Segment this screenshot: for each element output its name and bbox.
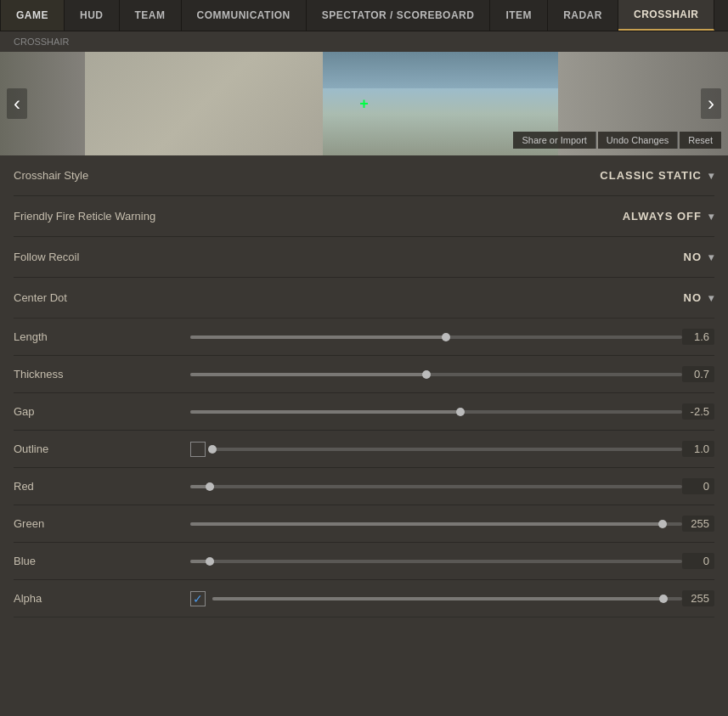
slider-label-outline: Outline — [14, 443, 183, 455]
slider-value-outline: 1.0 — [682, 441, 714, 457]
slider-value-green: 255 — [682, 516, 714, 532]
friendly-fire-label: Friendly Fire Reticle Warning — [14, 210, 183, 223]
follow-recoil-dropdown[interactable]: NO ▾ — [684, 251, 715, 263]
slider-area-blue — [183, 560, 682, 563]
center-dot-value: NO — [684, 291, 703, 304]
slider-fill-thickness — [190, 373, 426, 376]
settings-container: Crosshair Style CLASSIC STATIC ▾ Friendl… — [0, 155, 728, 617]
nav-item-spectator-scoreboard[interactable]: SPECTATOR / SCOREBOARD — [307, 0, 491, 31]
slider-thumb-blue[interactable] — [206, 557, 214, 566]
nav-item-crosshair[interactable]: CROSSHAIR — [618, 0, 715, 31]
slider-area-gap — [183, 410, 682, 414]
slider-fill-alpha — [212, 597, 663, 600]
center-dot-label: Center Dot — [14, 291, 183, 304]
slider-label-thickness: Thickness — [14, 368, 183, 381]
crosshair-indicator: + — [359, 96, 369, 111]
slider-row-gap: Gap-2.5 — [14, 393, 714, 431]
slider-checkbox-outline[interactable] — [190, 442, 206, 457]
nav-item-game[interactable]: GAME — [0, 0, 65, 31]
slider-row-alpha: Alpha✓255 — [14, 580, 714, 617]
slider-checkbox-alpha[interactable]: ✓ — [190, 591, 206, 606]
slider-track-red[interactable] — [190, 485, 682, 488]
slider-area-green — [183, 522, 682, 526]
slider-area-thickness — [183, 373, 682, 376]
slider-thumb-gap[interactable] — [456, 408, 465, 416]
nav-item-team[interactable]: TEAM — [120, 0, 182, 31]
slider-value-red: 0 — [682, 478, 714, 494]
slider-label-length: Length — [14, 330, 183, 343]
follow-recoil-row: Follow Recoil NO ▾ — [14, 237, 714, 278]
slider-track-outline[interactable] — [212, 448, 682, 451]
slider-value-thickness: 0.7 — [682, 366, 714, 382]
slider-area-length — [183, 335, 682, 339]
follow-recoil-value: NO — [684, 251, 703, 263]
center-dot-row: Center Dot NO ▾ — [14, 278, 714, 319]
undo-changes-button[interactable]: Undo Changes — [598, 132, 678, 149]
slider-fill-length — [190, 335, 446, 339]
nav-item-hud[interactable]: HUD — [65, 0, 120, 31]
nav-item-radar[interactable]: RADAR — [548, 0, 618, 31]
slider-area-alpha: ✓ — [183, 591, 682, 606]
center-dot-arrow: ▾ — [708, 292, 714, 304]
slider-value-alpha: 255 — [682, 590, 714, 606]
crosshair-style-value: CLASSIC STATIC — [600, 169, 702, 182]
slider-row-blue: Blue0 — [14, 543, 714, 580]
slider-label-alpha: Alpha — [14, 592, 183, 605]
crosshair-style-label: Crosshair Style — [14, 169, 183, 182]
follow-recoil-arrow: ▾ — [708, 251, 714, 263]
slider-fill-green — [190, 522, 663, 526]
friendly-fire-arrow: ▾ — [708, 211, 714, 223]
slider-value-blue: 0 — [682, 553, 714, 569]
friendly-fire-row: Friendly Fire Reticle Warning ALWAYS OFF… — [14, 196, 714, 237]
slider-track-gap[interactable] — [190, 410, 682, 414]
slider-row-length: Length1.6 — [14, 319, 714, 356]
slider-thumb-red[interactable] — [206, 482, 214, 491]
nav-item-communication[interactable]: COMMUNICATION — [182, 0, 307, 31]
slider-track-length[interactable] — [190, 335, 682, 339]
slider-label-red: Red — [14, 480, 183, 493]
slider-label-green: Green — [14, 517, 183, 530]
friendly-fire-dropdown[interactable]: ALWAYS OFF ▾ — [623, 210, 714, 223]
friendly-fire-value: ALWAYS OFF — [623, 210, 702, 223]
slider-row-green: Green255 — [14, 505, 714, 543]
nav-bar: GAMEHUDTEAMCOMMUNICATIONSPECTATOR / SCOR… — [0, 0, 728, 31]
preview-action-buttons: Share or Import Undo Changes Reset — [513, 132, 721, 149]
slider-thumb-thickness[interactable] — [422, 370, 431, 379]
slider-fill-gap — [190, 410, 460, 414]
breadcrumb: CROSSHAIR — [0, 31, 728, 52]
slider-track-green[interactable] — [190, 522, 682, 526]
slider-row-red: Red0 — [14, 468, 714, 505]
slider-track-blue[interactable] — [190, 560, 682, 563]
slider-value-length: 1.6 — [682, 329, 714, 345]
slider-label-blue: Blue — [14, 555, 183, 567]
checkmark-alpha: ✓ — [193, 592, 203, 606]
slider-value-gap: -2.5 — [682, 403, 714, 420]
follow-recoil-label: Follow Recoil — [14, 251, 183, 263]
slider-area-outline — [183, 442, 682, 457]
slider-rows-container: Length1.6Thickness0.7Gap-2.5Outline1.0Re… — [14, 319, 714, 617]
slider-thumb-outline[interactable] — [208, 445, 217, 454]
slider-area-red — [183, 485, 682, 488]
crosshair-style-row: Crosshair Style CLASSIC STATIC ▾ — [14, 155, 714, 196]
crosshair-preview: + ‹ › Share or Import Undo Changes Reset — [0, 52, 728, 155]
slider-track-thickness[interactable] — [190, 373, 682, 376]
slider-track-alpha[interactable] — [212, 597, 682, 600]
preview-next-arrow[interactable]: › — [701, 88, 721, 119]
preview-prev-arrow[interactable]: ‹ — [7, 88, 27, 119]
nav-item-item[interactable]: ITEM — [490, 0, 548, 31]
share-import-button[interactable]: Share or Import — [513, 132, 595, 149]
slider-thumb-length[interactable] — [442, 333, 450, 341]
crosshair-style-dropdown[interactable]: CLASSIC STATIC ▾ — [600, 169, 714, 182]
slider-thumb-green[interactable] — [658, 520, 667, 528]
center-dot-dropdown[interactable]: NO ▾ — [684, 291, 715, 304]
crosshair-style-arrow: ▾ — [708, 170, 714, 182]
slider-row-outline: Outline1.0 — [14, 431, 714, 468]
slider-label-gap: Gap — [14, 405, 183, 418]
reset-button[interactable]: Reset — [680, 132, 721, 149]
slider-thumb-alpha[interactable] — [659, 595, 668, 603]
slider-row-thickness: Thickness0.7 — [14, 356, 714, 393]
